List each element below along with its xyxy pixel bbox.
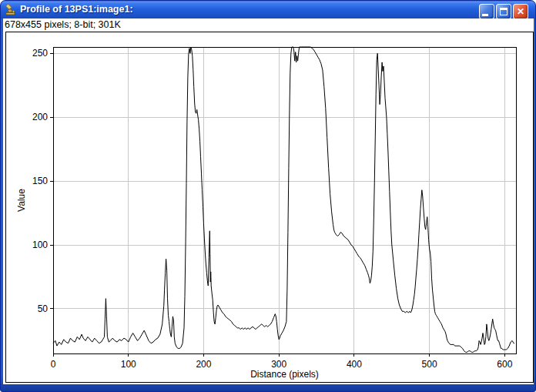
- titlebar[interactable]: Profile of 13PS1:image1: ✕: [1, 1, 535, 18]
- plot-frame: [53, 47, 516, 353]
- y-axis-label: Value: [16, 189, 27, 212]
- x-tick-label: 200: [196, 359, 211, 370]
- close-icon: ✕: [514, 5, 528, 18]
- window-content: 678x455 pixels; 8-bit; 301K 010020030040…: [3, 18, 534, 384]
- y-tick-label: 50: [38, 303, 49, 314]
- y-tick-label: 150: [32, 176, 48, 186]
- x-tick-label: 0: [51, 359, 56, 370]
- x-tick-label: 100: [121, 359, 136, 370]
- status-text: 678x455 pixels; 8-bit; 301K: [5, 19, 121, 30]
- close-button[interactable]: ✕: [513, 4, 528, 19]
- imagej-microscope-icon[interactable]: [5, 3, 17, 15]
- y-tick-label: 200: [32, 112, 48, 122]
- minimize-icon: [482, 14, 488, 16]
- window: Profile of 13PS1:image1: ✕ 678x455 pixel…: [0, 0, 536, 392]
- y-tick-label: 100: [32, 240, 48, 250]
- minimize-button[interactable]: [479, 4, 494, 19]
- maximize-icon: [500, 8, 508, 15]
- x-tick-label: 600: [497, 359, 512, 370]
- x-tick-label: 500: [422, 359, 437, 370]
- x-tick-label: 300: [271, 359, 286, 370]
- profile-line: [53, 47, 514, 352]
- microscope-glyph: [5, 3, 17, 15]
- x-tick-label: 400: [347, 359, 362, 370]
- plot-canvas[interactable]: 010020030040050060050100150200250Distanc…: [5, 32, 534, 383]
- status-bar: 678x455 pixels; 8-bit; 301K: [5, 18, 121, 32]
- y-tick-label: 250: [32, 48, 48, 59]
- window-title: Profile of 13PS1:image1:: [20, 1, 133, 18]
- x-axis-label: Distance (pixels): [250, 369, 319, 380]
- window-controls: ✕: [479, 4, 528, 19]
- profile-plot[interactable]: 010020030040050060050100150200250Distanc…: [6, 32, 533, 382]
- maximize-button[interactable]: [496, 4, 511, 19]
